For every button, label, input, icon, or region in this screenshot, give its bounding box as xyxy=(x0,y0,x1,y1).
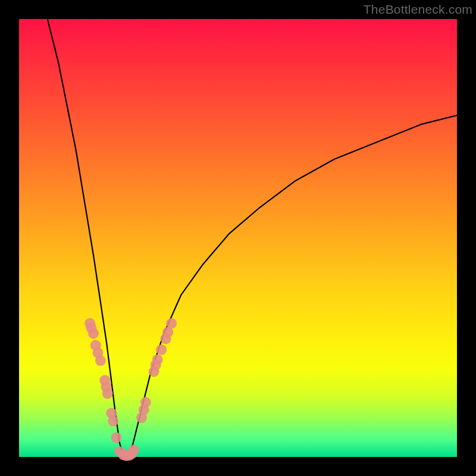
scatter-dot xyxy=(129,444,139,455)
scatter-dot xyxy=(152,355,163,365)
scatter-dot xyxy=(88,328,99,339)
scatter-dot xyxy=(111,433,121,443)
scatter-dot xyxy=(108,416,118,427)
plot-area xyxy=(19,19,457,457)
watermark-label: TheBottleneck.com xyxy=(364,2,472,17)
chart-stage: TheBottleneck.com xyxy=(0,0,476,476)
scatter-group xyxy=(84,318,177,461)
scatter-dot xyxy=(166,318,177,329)
scatter-dot xyxy=(140,397,151,408)
scatter-dot xyxy=(102,388,113,399)
chart-svg xyxy=(19,19,457,457)
scatter-dot xyxy=(95,355,106,366)
scatter-dot xyxy=(156,345,167,355)
